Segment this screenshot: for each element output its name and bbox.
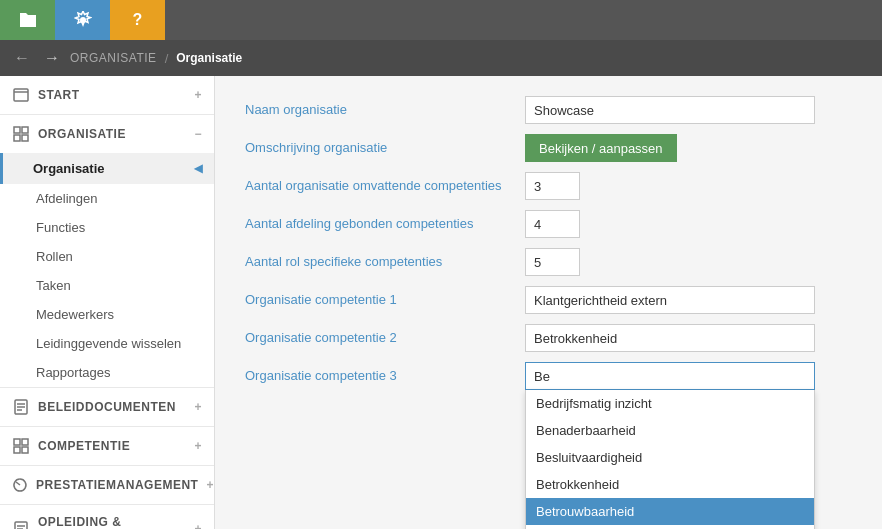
svg-rect-14 [22, 447, 28, 453]
sidebar-section-organisatie-header[interactable]: ORGANISATIE − [0, 115, 214, 153]
files-button[interactable] [0, 0, 55, 40]
back-arrow[interactable]: ← [10, 47, 34, 69]
sidebar-item-functies[interactable]: Functies [0, 213, 214, 242]
sidebar-section-start-header[interactable]: START + [0, 76, 214, 114]
form-row-comp2: Organisatie competentie 2 [245, 324, 852, 352]
input-comp1[interactable] [525, 286, 815, 314]
breadcrumb-section: ORGANISATIE [70, 51, 157, 65]
settings-button[interactable] [55, 0, 110, 40]
dropdown-item-betrouwbaarheid[interactable]: Betrouwbaarheid [526, 498, 814, 525]
beleid-label: BELEIDDOCUMENTEN [38, 400, 176, 414]
sidebar-item-leidinggevende[interactable]: Leidinggevende wisselen [0, 329, 214, 358]
input-comp2[interactable] [525, 324, 815, 352]
prestatie-icon [12, 476, 28, 494]
prestatie-expand-icon: + [206, 478, 214, 492]
value-comp1 [525, 286, 852, 314]
dropdown-item-kostenbewust[interactable]: Kostenbewust handelen [526, 525, 814, 529]
form-row-comp-afdeling: Aantal afdeling gebonden competenties [245, 210, 852, 238]
sidebar-section-prestatie-header[interactable]: PRESTATIEMANAGEMENT + [0, 466, 214, 504]
svg-rect-4 [22, 127, 28, 133]
value-comp2 [525, 324, 852, 352]
svg-rect-11 [14, 439, 20, 445]
value-comp-afdeling [525, 210, 852, 238]
value-comp3: Bedrijfsmatig inzicht Benaderbaarheid Be… [525, 362, 852, 390]
svg-rect-6 [22, 135, 28, 141]
svg-rect-13 [14, 447, 20, 453]
dropdown-item-besluitvaardigheid[interactable]: Besluitvaardigheid [526, 444, 814, 471]
opleiding-icon [12, 520, 30, 529]
sidebar-item-taken[interactable]: Taken [0, 271, 214, 300]
start-expand-icon: + [194, 88, 202, 102]
start-icon [12, 86, 30, 104]
dropdown-item-betrokkenheid[interactable]: Betrokkenheid [526, 471, 814, 498]
competentie-expand-icon: + [194, 439, 202, 453]
start-label: START [38, 88, 80, 102]
input-comp-omvattend[interactable] [525, 172, 580, 200]
label-comp-omvattend: Aantal organisatie omvattende competenti… [245, 172, 525, 199]
sidebar-section-opleiding-header[interactable]: OPLEIDING & TRAINING + [0, 505, 214, 529]
sidebar-section-opleiding: OPLEIDING & TRAINING + [0, 505, 214, 529]
bekijken-button[interactable]: Bekijken / aanpassen [525, 134, 677, 162]
sidebar-section-beleid: BELEIDDOCUMENTEN + [0, 388, 214, 427]
prestatie-label: PRESTATIEMANAGEMENT [36, 478, 198, 492]
sidebar-section-competentie: COMPETENTIE + [0, 427, 214, 466]
sidebar-item-medewerkers[interactable]: Medewerkers [0, 300, 214, 329]
value-comp-rol [525, 248, 852, 276]
input-comp3[interactable] [525, 362, 815, 390]
value-comp-omvattend [525, 172, 852, 200]
sidebar-item-afdelingen[interactable]: Afdelingen [0, 184, 214, 213]
form-row-naam: Naam organisatie [245, 96, 852, 124]
value-omschrijving: Bekijken / aanpassen [525, 134, 852, 162]
dropdown-list-comp3: Bedrijfsmatig inzicht Benaderbaarheid Be… [525, 390, 815, 529]
label-comp3: Organisatie competentie 3 [245, 362, 525, 389]
input-comp-afdeling[interactable] [525, 210, 580, 238]
competentie-label: COMPETENTIE [38, 439, 130, 453]
label-naam: Naam organisatie [245, 96, 525, 123]
value-naam [525, 96, 852, 124]
sidebar-section-beleid-header[interactable]: BELEIDDOCUMENTEN + [0, 388, 214, 426]
breadcrumb-separator: / [165, 51, 169, 66]
dropdown-item-bedrijfsmatig[interactable]: Bedrijfsmatig inzicht [526, 390, 814, 417]
svg-rect-3 [14, 127, 20, 133]
organisatie-sub-label: Organisatie [33, 161, 105, 176]
svg-rect-5 [14, 135, 20, 141]
breadcrumb-current: Organisatie [176, 51, 242, 65]
top-toolbar: ? [0, 0, 882, 40]
label-comp-rol: Aantal rol specifieke competenties [245, 248, 525, 275]
form-row-comp-omvattend: Aantal organisatie omvattende competenti… [245, 172, 852, 200]
content-area: Naam organisatie Omschrijving organisati… [215, 76, 882, 529]
forward-arrow[interactable]: → [40, 47, 64, 69]
sidebar-section-start: START + [0, 76, 214, 115]
svg-rect-1 [14, 89, 28, 101]
organisatie-icon [12, 125, 30, 143]
organisatie-label: ORGANISATIE [38, 127, 126, 141]
label-comp1: Organisatie competentie 1 [245, 286, 525, 313]
collapse-arrow-icon: ◀ [194, 162, 202, 175]
opleiding-label: OPLEIDING & TRAINING [38, 515, 187, 529]
opleiding-expand-icon: + [194, 522, 202, 529]
label-comp2: Organisatie competentie 2 [245, 324, 525, 351]
form-row-comp3: Organisatie competentie 3 Bedrijfsmatig … [245, 362, 852, 390]
sidebar-section-competentie-header[interactable]: COMPETENTIE + [0, 427, 214, 465]
input-naam[interactable] [525, 96, 815, 124]
form-row-comp-rol: Aantal rol specifieke competenties [245, 248, 852, 276]
help-button[interactable]: ? [110, 0, 165, 40]
dropdown-item-benaderbaarheid[interactable]: Benaderbaarheid [526, 417, 814, 444]
input-comp-rol[interactable] [525, 248, 580, 276]
sidebar-item-rollen[interactable]: Rollen [0, 242, 214, 271]
label-omschrijving: Omschrijving organisatie [245, 134, 525, 161]
form-row-omschrijving: Omschrijving organisatie Bekijken / aanp… [245, 134, 852, 162]
sidebar-section-organisatie: ORGANISATIE − Organisatie ◀ Afdelingen F… [0, 115, 214, 388]
nav-bar: ← → ORGANISATIE / Organisatie [0, 40, 882, 76]
beleid-expand-icon: + [194, 400, 202, 414]
beleid-icon [12, 398, 30, 416]
label-comp-afdeling: Aantal afdeling gebonden competenties [245, 210, 525, 237]
main-layout: START + ORGANISATIE − Organisati [0, 76, 882, 529]
svg-rect-12 [22, 439, 28, 445]
form-row-comp1: Organisatie competentie 1 [245, 286, 852, 314]
sidebar: START + ORGANISATIE − Organisati [0, 76, 215, 529]
sidebar-item-rapportages[interactable]: Rapportages [0, 358, 214, 387]
organisatie-expand-icon: − [194, 127, 202, 141]
sidebar-item-organisatie[interactable]: Organisatie ◀ [0, 153, 214, 184]
competentie-icon [12, 437, 30, 455]
